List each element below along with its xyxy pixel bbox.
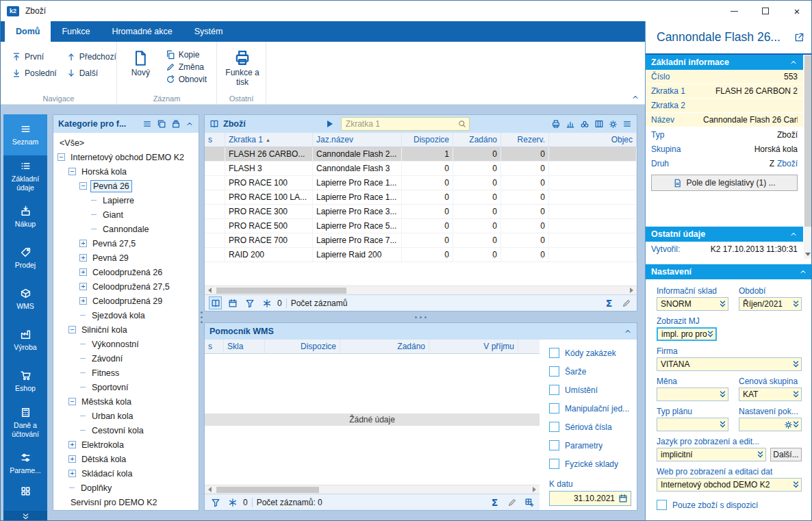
tree-item[interactable]: Cannondale	[53, 222, 199, 236]
record-action-button[interactable]: Kopie	[162, 49, 211, 61]
sidebar-item[interactable]: Eshop	[3, 361, 47, 402]
tree-item[interactable]: Sportovní	[53, 380, 199, 394]
table-row[interactable]: PRO RACE 100 Lapierre Pro Race 1... 0 0 …	[205, 176, 637, 190]
record-action-button[interactable]: Obnovit	[162, 73, 211, 86]
detail-field-row[interactable]: Skupina Horská kola	[646, 142, 803, 156]
edit-icon[interactable]	[620, 296, 633, 309]
table-add-icon[interactable]	[522, 496, 535, 509]
tree-item[interactable]: Doplňky	[53, 481, 199, 495]
collapse-section-icon[interactable]	[789, 230, 798, 238]
web-select[interactable]: Internetový obchod DEMO K2	[657, 478, 802, 492]
typ-planu-select[interactable]	[657, 418, 728, 431]
column-header[interactable]: s	[205, 133, 225, 147]
chart-icon[interactable]	[566, 119, 575, 129]
table-row[interactable]: FLASH 3 Cannondale Flash 3 0 0 0	[205, 162, 637, 176]
nastaveni-pokladen-select[interactable]	[739, 418, 802, 431]
column-header[interactable]: Zadáno	[453, 133, 501, 147]
detail-field-row[interactable]: Druh ZZboží	[646, 156, 803, 170]
column-header[interactable]: Rezerv.	[501, 133, 549, 147]
detail-field-row[interactable]: Číslo 553	[646, 70, 803, 84]
sidebar-more-button[interactable]	[3, 511, 47, 521]
ribbon-collapse-button[interactable]	[631, 93, 639, 101]
sidebar-item[interactable]: Daně a účtování	[3, 402, 47, 443]
ribbon-tab[interactable]: Domů	[5, 21, 51, 42]
expand-node-icon[interactable]	[79, 297, 87, 305]
ribbon-nav-button[interactable]: První	[8, 49, 61, 65]
filter-icon[interactable]	[209, 496, 222, 509]
scroll-left-button[interactable]	[205, 286, 215, 294]
tree-item[interactable]: Pevná 26	[53, 179, 199, 193]
scroll-right-button[interactable]	[626, 286, 637, 294]
tree-item[interactable]: Skládací kola	[53, 466, 199, 481]
ribbon-tab[interactable]: Hromadné akce	[101, 21, 183, 42]
table-row[interactable]: RAID 200 Lapierre Raid 200 0 0 0	[205, 248, 637, 262]
column-header[interactable]: V příjmu	[429, 340, 518, 353]
table-row[interactable]: PRO RACE 100 LA... Lapierre Pro Race 1..…	[205, 190, 637, 205]
checkbox[interactable]	[549, 440, 559, 450]
edit-icon[interactable]	[505, 496, 518, 509]
tree-item[interactable]: Výkonnostní	[53, 337, 199, 351]
book-view-icon[interactable]	[209, 296, 222, 309]
tree-item[interactable]: Závodní	[53, 351, 199, 366]
ribbon-nav-button[interactable]: Poslední	[8, 65, 61, 81]
close-button[interactable]: ×	[781, 1, 812, 21]
checkbox[interactable]	[549, 385, 559, 395]
section-ostatni-udaje[interactable]: Ostatní údaje	[646, 227, 803, 242]
tree-item[interactable]: Sjezdová kola	[53, 308, 199, 322]
scrollbar-thumb[interactable]	[216, 487, 319, 493]
scrollbar-thumb[interactable]	[216, 288, 346, 294]
ribbon-nav-button[interactable]: Další	[62, 65, 120, 81]
asterisk-icon[interactable]	[226, 496, 239, 509]
tree-item[interactable]: Fitness	[53, 366, 199, 380]
table-row[interactable]: PRO RACE 500 Lapierre Pro Race 5... 0 0 …	[205, 219, 637, 233]
mena-select[interactable]	[657, 387, 728, 401]
functions-print-button[interactable]: Funkce a tisk	[224, 46, 261, 88]
detail-field-row[interactable]: Zkratka 1 FLASH 26 CARBON 2	[646, 84, 803, 99]
expand-node-icon[interactable]	[79, 283, 87, 290]
filter-icon[interactable]	[243, 296, 256, 309]
collapse-section-icon[interactable]	[799, 268, 807, 276]
column-header[interactable]: Jaz.název	[313, 133, 402, 147]
play-icon[interactable]	[327, 120, 333, 127]
print-icon[interactable]	[551, 119, 561, 129]
column-header[interactable]: Zadáno	[340, 340, 429, 353]
menu-icon[interactable]	[622, 119, 632, 129]
checkbox[interactable]	[549, 422, 559, 432]
detail-field-row[interactable]: Typ Zboží	[646, 127, 803, 142]
calendar-icon[interactable]	[226, 296, 239, 309]
sidebar-item[interactable]: Výroba	[3, 320, 47, 361]
tree-item[interactable]: Horská kola	[53, 164, 199, 179]
tree-item[interactable]: Lapierre	[53, 193, 199, 207]
scroll-right-button[interactable]	[529, 485, 540, 494]
horizontal-scrollbar[interactable]	[205, 285, 637, 294]
column-header[interactable]: Dispozice	[402, 133, 453, 147]
horizontal-scrollbar[interactable]	[205, 485, 540, 494]
section-nastaveni[interactable]: Nastavení	[646, 264, 812, 279]
calendar-icon[interactable]	[618, 494, 628, 503]
expand-node-icon[interactable]	[79, 268, 87, 276]
collapse-node-icon[interactable]	[79, 182, 87, 190]
horizontal-splitter[interactable]	[204, 312, 637, 322]
binoculars-icon[interactable]	[580, 119, 589, 129]
ribbon-nav-button[interactable]: Předchozí	[62, 49, 120, 65]
sidebar-item[interactable]: Parame...	[3, 443, 47, 484]
checkbox[interactable]	[549, 459, 559, 469]
tree-item[interactable]: Pevná 27,5	[53, 236, 199, 251]
scroll-down-button[interactable]	[804, 250, 812, 259]
checkbox[interactable]	[549, 403, 559, 414]
tree-item[interactable]: Servisní pro DEMO K2	[53, 495, 199, 509]
zobrazit-mj-select[interactable]: impl. pro pro	[657, 327, 717, 341]
jazyk-select[interactable]: implicitní	[657, 448, 766, 461]
open-in-window-icon[interactable]	[794, 32, 804, 42]
sidebar-item[interactable]: Prodej	[3, 238, 47, 279]
ribbon-tab[interactable]: Systém	[183, 21, 234, 42]
table-row[interactable]: PRO RACE 700 Lapierre Pro Race 7... 0 0 …	[205, 233, 637, 248]
column-header[interactable]: Objec	[549, 133, 637, 147]
gear-icon[interactable]	[609, 120, 618, 129]
search-input[interactable]: Zkratka 1	[341, 117, 470, 131]
checkbox[interactable]	[549, 348, 559, 358]
tree-item[interactable]: Celoodpružená 29	[53, 294, 199, 308]
tree-item[interactable]: Elektrokola	[53, 437, 199, 452]
firma-select[interactable]: VITANA	[657, 357, 802, 371]
sidebar-item[interactable]	[3, 484, 47, 500]
